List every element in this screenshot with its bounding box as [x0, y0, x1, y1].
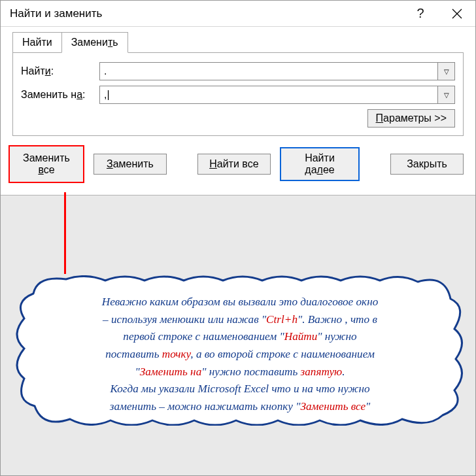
titlebar: Найти и заменить ?	[1, 1, 475, 27]
tab-find[interactable]: Найти	[12, 32, 62, 53]
replace-dropdown[interactable]: ▽	[438, 86, 455, 104]
find-replace-dialog: Найти и заменить ? Найти Заменить Найти:…	[1, 1, 475, 196]
find-input[interactable]	[99, 62, 438, 80]
annotation-connector	[64, 192, 66, 274]
chevron-down-icon: ▽	[444, 92, 449, 99]
options-button[interactable]: Параметры >>	[367, 109, 455, 128]
annotation-callout: Неважно каким образом вы вызвали это диа…	[14, 275, 464, 426]
find-label: Найти:	[21, 65, 99, 77]
tab-strip: Найти Заменить	[1, 27, 475, 53]
help-button[interactable]: ?	[402, 1, 439, 27]
replace-label: Заменить на:	[21, 89, 99, 101]
replace-all-button[interactable]: Заменить все	[8, 145, 84, 183]
tab-replace[interactable]: Заменить	[61, 32, 128, 53]
replace-button[interactable]: Заменить	[94, 154, 167, 175]
annotation-text: Неважно каким образом вы вызвали это диа…	[42, 294, 437, 416]
find-next-button[interactable]: Найти далее	[280, 147, 360, 181]
close-icon[interactable]	[439, 1, 475, 27]
find-all-button[interactable]: Найти все	[197, 154, 271, 175]
close-button[interactable]: Закрыть	[390, 154, 464, 175]
replace-panel: Найти: ▽ Заменить на: ▽ Параметры >>	[12, 52, 464, 136]
chevron-down-icon: ▽	[444, 68, 449, 75]
replace-input[interactable]	[99, 86, 438, 104]
dialog-title: Найти и заменить	[10, 7, 102, 20]
find-dropdown[interactable]: ▽	[438, 62, 455, 80]
button-bar: Заменить все Заменить Найти все Найти да…	[1, 136, 475, 195]
